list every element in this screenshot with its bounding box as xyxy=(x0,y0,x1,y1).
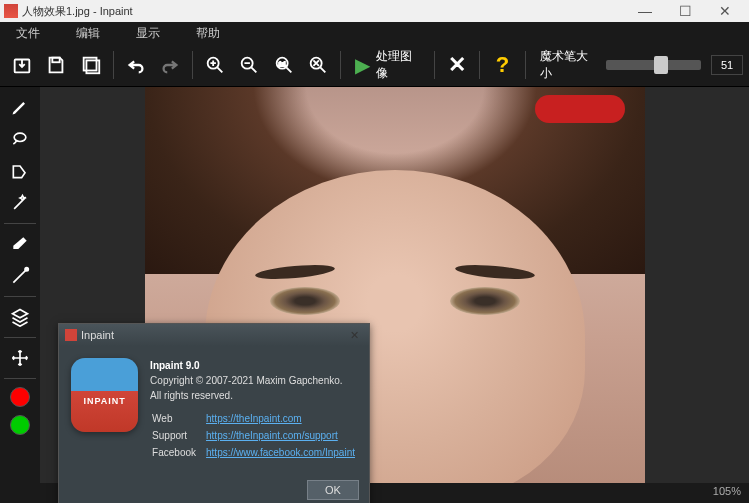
minimize-button[interactable]: — xyxy=(625,0,665,22)
app-icon xyxy=(4,4,18,18)
copyright-text: Copyright © 2007-2021 Maxim Gapchenko. xyxy=(150,373,357,388)
batch-button[interactable] xyxy=(74,48,106,82)
redo-button[interactable] xyxy=(154,48,186,82)
svg-point-10 xyxy=(25,268,28,271)
svg-text:1:1: 1:1 xyxy=(278,61,286,67)
selection-mark xyxy=(535,95,625,123)
menu-help[interactable]: 帮助 xyxy=(188,25,248,42)
layers-tool[interactable] xyxy=(3,302,37,332)
maximize-button[interactable]: ☐ xyxy=(665,0,705,22)
move-tool[interactable] xyxy=(3,343,37,373)
svg-rect-1 xyxy=(53,58,60,63)
svg-point-9 xyxy=(14,133,26,141)
undo-button[interactable] xyxy=(120,48,152,82)
zoom-level: 105% xyxy=(713,485,741,497)
zoom-actual-button[interactable]: 1:1 xyxy=(267,48,299,82)
dialog-close-button[interactable]: ✕ xyxy=(345,329,363,342)
toolbar: 1:1 ▶ 处理图像 ✕ ? 魔术笔大小 xyxy=(0,44,749,87)
magic-wand-tool[interactable] xyxy=(3,188,37,218)
titlebar: 人物效果1.jpg - Inpaint — ☐ ✕ xyxy=(0,0,749,22)
dialog-icon xyxy=(65,329,77,341)
menubar: 文件 编辑 显示 帮助 xyxy=(0,22,749,44)
menu-edit[interactable]: 编辑 xyxy=(68,25,128,42)
ok-button[interactable]: OK xyxy=(307,480,359,500)
about-dialog: Inpaint ✕ Inpaint 9.0 Copyright © 2007-2… xyxy=(58,323,370,503)
red-marker-button[interactable] xyxy=(10,387,30,407)
process-label: 处理图像 xyxy=(376,48,420,82)
brush-size-label: 魔术笔大小 xyxy=(540,48,597,82)
polygon-tool[interactable] xyxy=(3,156,37,186)
web-link[interactable]: https://theInpaint.com xyxy=(206,413,302,424)
close-button[interactable]: ✕ xyxy=(705,0,745,22)
eraser-tool[interactable] xyxy=(3,229,37,259)
app-logo xyxy=(71,358,138,432)
help-button[interactable]: ? xyxy=(486,48,518,82)
lasso-tool[interactable] xyxy=(3,124,37,154)
dialog-title: Inpaint xyxy=(81,329,114,341)
rights-text: All rights reserved. xyxy=(150,388,357,403)
open-button[interactable] xyxy=(6,48,38,82)
brush-size-input[interactable] xyxy=(711,55,743,75)
cancel-button[interactable]: ✕ xyxy=(441,48,473,82)
dialog-titlebar[interactable]: Inpaint ✕ xyxy=(59,324,369,346)
zoom-in-button[interactable] xyxy=(199,48,231,82)
process-button[interactable]: ▶ 处理图像 xyxy=(347,48,428,82)
support-link[interactable]: https://theInpaint.com/support xyxy=(206,430,338,441)
menu-file[interactable]: 文件 xyxy=(8,25,68,42)
menu-view[interactable]: 显示 xyxy=(128,25,188,42)
support-label: Support xyxy=(152,428,204,443)
zoom-fit-button[interactable] xyxy=(302,48,334,82)
facebook-link[interactable]: https://www.facebook.com/Inpaint xyxy=(206,447,355,458)
brush-size-slider[interactable] xyxy=(606,60,701,70)
play-icon: ▶ xyxy=(355,53,370,77)
zoom-out-button[interactable] xyxy=(233,48,265,82)
line-tool[interactable] xyxy=(3,261,37,291)
facebook-label: Facebook xyxy=(152,445,204,460)
marker-tool[interactable] xyxy=(3,92,37,122)
save-button[interactable] xyxy=(40,48,72,82)
green-marker-button[interactable] xyxy=(10,415,30,435)
window-title: 人物效果1.jpg - Inpaint xyxy=(22,4,625,19)
web-label: Web xyxy=(152,411,204,426)
tool-sidebar xyxy=(0,87,40,503)
version-text: Inpaint 9.0 xyxy=(150,358,357,373)
